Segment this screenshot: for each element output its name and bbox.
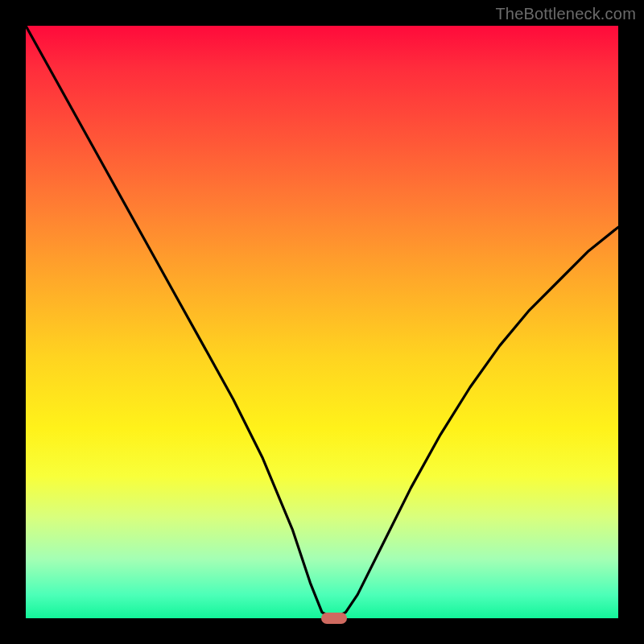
- watermark-text: TheBottleneck.com: [495, 5, 636, 23]
- optimum-marker: [321, 613, 347, 624]
- curve-path: [26, 26, 618, 618]
- bottleneck-curve: [26, 26, 618, 618]
- plot-area: [26, 26, 618, 618]
- chart-frame: TheBottleneck.com: [0, 0, 644, 644]
